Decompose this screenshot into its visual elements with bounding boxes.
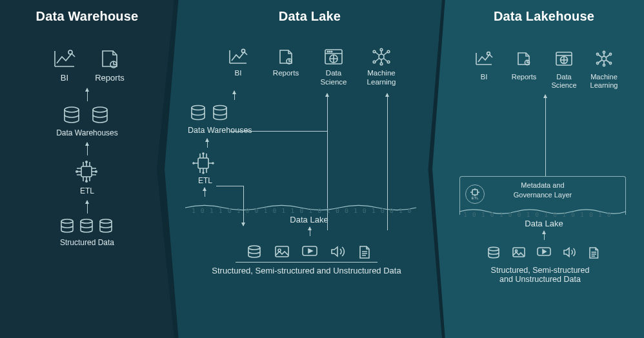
svg-line-1 (72, 54, 75, 57)
column-data-lake: Data Lake BI Reports Data Science (165, 0, 442, 338)
neural-network-icon (591, 47, 617, 70)
lake-dw-row (165, 105, 442, 123)
lakehouse-lake-label: Data Lake (432, 219, 644, 228)
arrow-icon (234, 91, 235, 100)
globe-window-icon (323, 47, 345, 66)
audio-icon (330, 245, 347, 259)
image-icon (274, 245, 290, 259)
svg-point-78 (596, 62, 598, 64)
reports-label: Reports (512, 73, 537, 81)
svg-point-22 (61, 219, 73, 223)
svg-line-42 (376, 58, 379, 61)
bi-chart-icon (471, 47, 497, 70)
warehouse-etl-row (0, 161, 174, 184)
svg-point-63 (248, 246, 260, 250)
arrow-icon (87, 88, 88, 101)
svg-point-76 (601, 56, 606, 61)
ds-label: Data Science (551, 73, 576, 90)
column-data-lakehouse: Data Lakehouse BI Reports Data Science M… (432, 0, 644, 338)
video-icon (536, 246, 552, 258)
svg-line-84 (598, 60, 602, 63)
svg-point-47 (192, 105, 205, 110)
connector-line (216, 186, 243, 186)
svg-point-82 (603, 64, 605, 66)
etl-chip-icon (74, 161, 100, 184)
svg-rect-89 (472, 190, 478, 195)
database-icon (247, 245, 263, 261)
svg-point-37 (387, 50, 390, 53)
svg-point-23 (81, 219, 92, 223)
svg-line-86 (606, 60, 610, 63)
reports-label: Reports (273, 69, 299, 78)
lakehouse-source-icons (432, 246, 644, 261)
ml-label: Machine Learning (590, 73, 618, 90)
svg-rect-5 (81, 166, 92, 177)
svg-point-70 (487, 52, 490, 55)
svg-point-35 (373, 50, 376, 53)
ml-block: Machine Learning (366, 47, 397, 87)
connector-line (545, 95, 546, 176)
bi-block: BI (467, 47, 501, 90)
image-icon (512, 246, 526, 259)
bi-label: BI (481, 73, 487, 81)
video-icon (301, 245, 318, 258)
svg-line-41 (376, 52, 379, 55)
wave-divider: 1 0 1 1 0 1 0 0 1 0 1 1 0 1 0 1 0 0 1 0 … (185, 202, 416, 214)
report-page-icon (97, 47, 123, 70)
lake-source-label: Structured, Semi-structured and Unstruct… (165, 266, 442, 275)
report-page-icon (511, 47, 537, 70)
svg-point-38 (387, 61, 390, 63)
warehouse-source-label: Structured Data (0, 238, 174, 247)
arrow-icon (87, 201, 88, 214)
database-icon (99, 219, 114, 235)
arrow-icon (207, 139, 208, 148)
database-icon (79, 219, 95, 235)
warehouse-dw-label: Data Warehouses (0, 128, 174, 137)
svg-point-95 (488, 247, 499, 251)
lake-etl-label: ETL (165, 176, 442, 185)
svg-line-44 (383, 58, 387, 61)
lakehouse-top-row: BI Reports Data Science Machine Learning (432, 47, 644, 90)
title-data-lake: Data Lake (165, 9, 442, 24)
datascience-block: Data Science (547, 47, 581, 90)
column-data-warehouse: Data Warehouse BI Reports (0, 0, 174, 338)
arrow-icon (205, 188, 205, 197)
title-data-warehouse: Data Warehouse (0, 9, 174, 24)
svg-point-39 (380, 48, 383, 51)
bi-block: BI (223, 47, 254, 87)
title-data-lakehouse: Data Lakehouse (432, 9, 644, 24)
svg-point-30 (327, 51, 328, 52)
svg-point-24 (100, 219, 112, 223)
lake-dw-label: Data Warehouses (165, 126, 442, 135)
bi-label: BI (235, 69, 242, 78)
svg-line-83 (598, 55, 602, 57)
audio-icon (562, 246, 578, 259)
bi-chart-icon (227, 47, 249, 66)
report-page-icon (275, 47, 297, 66)
database-icon (60, 219, 75, 235)
database-icon (487, 246, 501, 261)
warehouse-etl-label: ETL (0, 186, 174, 195)
svg-rect-64 (276, 246, 288, 257)
neural-network-icon (370, 47, 392, 66)
svg-point-77 (596, 53, 598, 55)
svg-point-48 (214, 105, 226, 110)
connector-line (230, 131, 327, 132)
database-icon (92, 106, 111, 126)
reports-block: Reports (270, 47, 301, 87)
datascience-block: Data Science (318, 47, 349, 87)
svg-point-3 (65, 107, 79, 112)
svg-line-85 (606, 55, 610, 57)
arrow-icon (310, 227, 310, 236)
ml-block: Machine Learning (587, 47, 621, 90)
warehouse-source-row (0, 219, 174, 235)
bi-chart-icon (52, 47, 77, 70)
svg-point-32 (331, 51, 332, 52)
lake-top-row: BI Reports Data Science Machine Learning (165, 47, 442, 87)
lakehouse-source-label: Structured, Semi-structured and Unstruct… (432, 266, 644, 284)
metadata-label: Metadata and Governance Layer (465, 181, 620, 199)
svg-point-4 (93, 107, 107, 112)
lake-etl-row (165, 153, 442, 175)
arrow-icon (544, 231, 545, 240)
svg-text:1 0 1 1 0 1 0 0 1 0 1 1 0 1 0 : 1 0 1 1 0 1 0 0 1 0 1 1 0 1 0 1 0 0 1 0 … (192, 207, 412, 214)
